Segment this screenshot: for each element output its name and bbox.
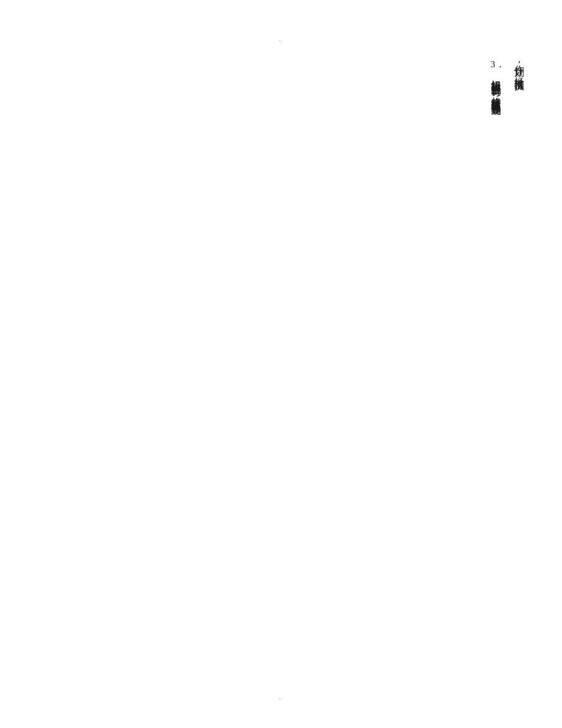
page: · · 作计划，经批准后执行。 3． 组织行政系统主管制订、修订行政系统工作流程… bbox=[0, 0, 562, 728]
list-number-3: 3． bbox=[491, 58, 505, 71]
bottom-dot: · bbox=[279, 696, 281, 702]
top-dot: · bbox=[279, 38, 281, 45]
col-2-wrapper: 3． 组织行政系统主管制订、修订行政系统工作流程和企业规 bbox=[486, 58, 505, 98]
text-content-area: 作计划，经批准后执行。 3． 组织行政系统主管制订、修订行政系统工作流程和企业规 bbox=[486, 58, 528, 98]
text-col-1: 作计划，经批准后执行。 bbox=[510, 58, 528, 84]
text-col-2: 组织行政系统主管制订、修订行政系统工作流程和企业规 bbox=[486, 73, 505, 98]
